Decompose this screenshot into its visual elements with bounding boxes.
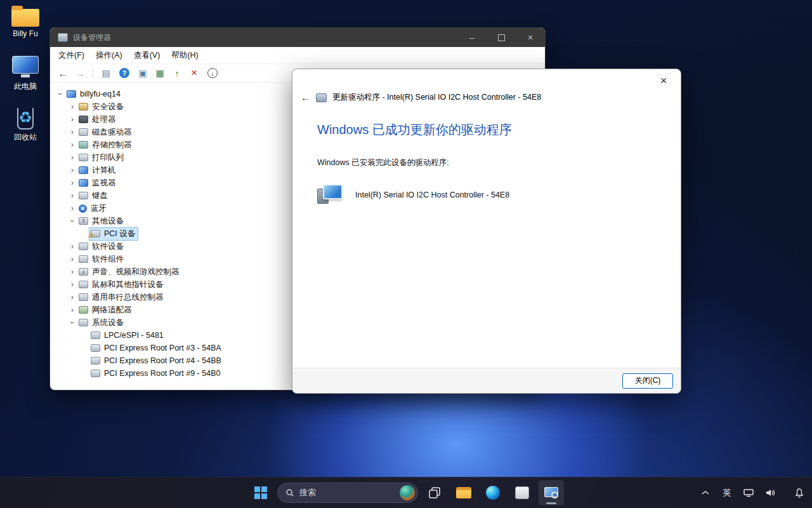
console-tree-icon[interactable]: ▤ (98, 66, 114, 80)
tree-item-label: PCI Express Root Port #4 - 54BB (104, 356, 221, 365)
update-driver-icon[interactable]: ↑ (169, 66, 185, 80)
storage-controller-icon (79, 141, 88, 149)
dialog-close-icon[interactable]: × (657, 74, 671, 88)
network-button[interactable] (742, 483, 755, 502)
maximize-button[interactable] (487, 28, 516, 47)
notification-button[interactable] (793, 483, 806, 502)
close-dialog-button[interactable]: 关闭(C) (622, 373, 673, 389)
recycle-bin-icon: ♻ (11, 105, 39, 130)
expander-icon[interactable]: › (67, 293, 77, 302)
desktop-icon-this-pc[interactable]: 此电脑 (4, 55, 47, 102)
tree-item-label: PCI 设备 (104, 229, 135, 239)
tree-entry[interactable]: PCI Express Root Port #3 - 54BA (89, 343, 224, 353)
minimize-button[interactable]: – (457, 28, 487, 47)
tree-entry[interactable]: 打印队列 (77, 152, 126, 164)
expander-icon[interactable]: › (67, 115, 77, 124)
expander-icon[interactable]: › (68, 318, 77, 328)
expander-icon[interactable]: › (67, 102, 77, 111)
tree-entry[interactable]: 通用串行总线控制器 (77, 291, 166, 304)
properties-icon[interactable]: ▣ (135, 66, 150, 80)
expander-icon[interactable]: › (67, 191, 77, 200)
tree-entry[interactable]: 键盘 (77, 190, 110, 202)
desktop-icons: Billy Fu此电脑♻回收站 (4, 4, 47, 152)
scan-hardware-changes-icon[interactable]: ↓ (207, 68, 218, 78)
expander-icon[interactable]: › (67, 255, 77, 264)
expander-icon[interactable]: › (67, 128, 77, 137)
bluetooth-icon: B (79, 204, 87, 213)
tree-entry[interactable]: PCI Express Root Port #4 - 54BB (89, 356, 224, 366)
expander-icon[interactable]: › (67, 280, 77, 289)
tree-entry[interactable]: 磁盘驱动器 (77, 126, 134, 138)
expander-icon[interactable]: › (67, 305, 77, 314)
tree-item-label: 打印队列 (92, 152, 124, 163)
tree-entry[interactable]: ⚠PCI 设备 (89, 228, 138, 240)
expander-icon[interactable]: › (56, 89, 65, 99)
tree-entry[interactable]: 系统设备 (77, 317, 126, 329)
tree-entry[interactable]: ?其他设备 (77, 215, 126, 227)
expander-icon[interactable]: › (67, 166, 77, 175)
menu-item[interactable]: 帮助(H) (166, 48, 204, 64)
search-highlight-badge[interactable] (400, 485, 415, 500)
uninstall-device-icon[interactable]: × (187, 66, 202, 80)
expander-icon[interactable]: › (68, 216, 77, 226)
chevron-up-icon (702, 490, 709, 495)
search-box[interactable]: 搜索 (277, 483, 418, 503)
network-icon (743, 488, 754, 497)
menu-item[interactable]: 操作(A) (90, 48, 128, 64)
app-icon (515, 486, 529, 499)
expander-icon[interactable]: › (67, 204, 77, 213)
device-manager-taskbar-button[interactable] (539, 480, 564, 505)
dialog-body-text: Windows 已安装完此设备的驱动程序: (317, 157, 449, 168)
tree-entry[interactable]: 安全设备 (77, 101, 126, 113)
tree-entry[interactable]: LPC/eSPI - 5481 (89, 330, 166, 340)
edge-browser-button[interactable] (480, 480, 506, 505)
ime-indicator[interactable]: 英 (721, 483, 733, 502)
disk-drive-icon (79, 128, 88, 136)
device-manager-app-icon (58, 33, 68, 42)
back-icon[interactable]: ← (55, 66, 70, 80)
print-queue-icon (79, 154, 88, 161)
tree-entry[interactable]: B蓝牙 (77, 203, 109, 215)
forward-icon[interactable]: → (72, 66, 88, 80)
expander-icon[interactable]: › (67, 178, 77, 187)
pinned-app-button[interactable] (509, 480, 535, 505)
device-manager-titlebar[interactable]: 设备管理器 – × (50, 28, 545, 47)
desktop-icon-recycle-bin[interactable]: ♻回收站 (4, 105, 47, 152)
tree-entry[interactable]: 软件组件 (77, 253, 126, 265)
volume-button[interactable] (764, 483, 776, 502)
usb-controller-icon (79, 293, 88, 301)
tree-entry[interactable]: billyfu-eq14 (65, 89, 123, 99)
menu-item[interactable]: 查看(V) (128, 48, 166, 64)
task-view-button[interactable] (422, 480, 447, 505)
processor-icon (79, 116, 88, 123)
tree-entry[interactable]: 存储控制器 (77, 139, 134, 151)
maximize-icon (498, 34, 505, 41)
tree-item-label: 其他设备 (92, 216, 124, 227)
start-button[interactable] (248, 480, 273, 505)
tree-item-label: 处理器 (92, 114, 116, 125)
menu-item[interactable]: 文件(F) (53, 48, 90, 64)
tree-entry[interactable]: 计算机 (77, 164, 119, 177)
expander-icon[interactable]: › (67, 242, 77, 251)
help-icon[interactable]: ? (119, 68, 129, 78)
desktop-icon-folder[interactable]: Billy Fu (4, 4, 47, 51)
tree-entry[interactable]: 鼠标和其他指针设备 (77, 279, 166, 291)
windows-logo-icon (254, 486, 260, 492)
devices-icon[interactable]: ▦ (152, 66, 167, 80)
file-explorer-button[interactable] (451, 480, 476, 505)
system-device-icon (91, 344, 100, 352)
tree-entry[interactable]: 监视器 (77, 177, 119, 189)
tree-entry[interactable]: 软件设备 (77, 241, 126, 253)
tree-entry[interactable]: PCI Express Root Port #9 - 54B0 (89, 368, 223, 378)
back-arrow-icon[interactable]: ← (301, 92, 310, 103)
tree-entry[interactable]: 处理器 (77, 114, 119, 126)
expander-icon[interactable]: › (67, 140, 77, 149)
bell-icon (794, 488, 804, 498)
tree-item-label: PCI Express Root Port #3 - 54BA (104, 344, 221, 352)
expander-icon[interactable]: › (67, 267, 77, 276)
close-button[interactable]: × (516, 28, 545, 47)
expander-icon[interactable]: › (67, 153, 77, 162)
tree-entry[interactable]: ♪声音、视频和游戏控制器 (77, 266, 182, 278)
tree-entry[interactable]: 网络适配器 (77, 304, 134, 316)
hidden-icons-button[interactable] (699, 483, 712, 502)
